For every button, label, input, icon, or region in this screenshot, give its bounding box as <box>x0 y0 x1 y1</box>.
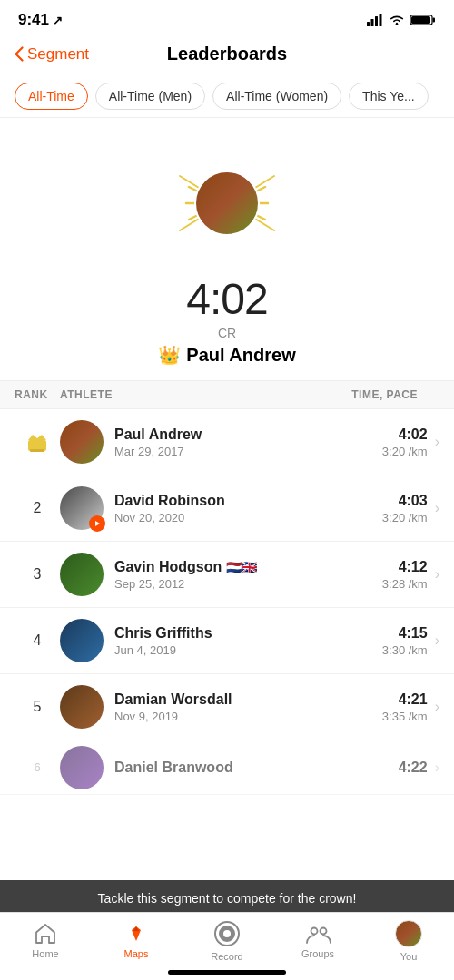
svg-rect-1 <box>371 19 374 26</box>
back-label: Segment <box>27 45 89 64</box>
nav-home[interactable]: Home <box>18 923 73 959</box>
athlete-avatar <box>60 685 104 729</box>
nav-record[interactable]: Record <box>200 920 254 962</box>
crown-icon: 👑 <box>158 344 181 366</box>
athlete-time: 4:02 3:20 /km <box>355 426 428 458</box>
tab-all-time-men[interactable]: All-Time (Men) <box>95 83 205 110</box>
athlete-time: 4:22 <box>355 760 428 776</box>
athlete-time: 4:15 3:30 /km <box>355 625 428 657</box>
table-row[interactable]: 4 Chris Griffiths Jun 4, 2019 4:15 3:30 … <box>0 608 454 674</box>
groups-icon <box>305 923 331 945</box>
champion-time: 4:02 <box>186 274 267 324</box>
leaderboard-list: Paul Andrew Mar 29, 2017 4:02 3:20 /km ›… <box>0 409 454 795</box>
champion-avatar-wrapper <box>163 140 291 267</box>
table-row[interactable]: 3 Gavin Hodgson 🇳🇱🇬🇧 Sep 25, 2012 4:12 3… <box>0 542 454 608</box>
athlete-date: Nov 9, 2019 <box>114 710 355 723</box>
pace-value: 3:20 /km <box>355 445 428 458</box>
you-avatar <box>395 920 422 947</box>
table-header: RANK ATHLETE TIME, PACE <box>0 380 454 409</box>
athlete-name: Gavin Hodgson 🇳🇱🇬🇧 <box>114 559 355 575</box>
row-chevron-icon: › <box>435 760 439 776</box>
nav-you-label: You <box>400 951 418 962</box>
athlete-name: Daniel Branwood <box>114 760 355 776</box>
tab-all-time-women[interactable]: All-Time (Women) <box>212 83 341 110</box>
back-chevron-icon <box>15 46 24 62</box>
athlete-info: Daniel Branwood <box>114 760 355 776</box>
record-icon <box>213 920 241 947</box>
rank-badge: 2 <box>15 500 60 516</box>
svg-marker-21 <box>95 521 100 526</box>
col-athlete-header: ATHLETE <box>60 388 345 401</box>
nav-home-label: Home <box>32 948 58 959</box>
row-chevron-icon: › <box>435 434 439 450</box>
header: Segment Leaderboards <box>0 36 454 75</box>
athlete-time: 4:21 3:35 /km <box>355 691 428 723</box>
pace-value: 3:20 /km <box>355 511 428 524</box>
athlete-avatar <box>60 420 104 464</box>
status-icons <box>367 14 436 26</box>
maps-icon <box>124 923 148 945</box>
rank-badge: 4 <box>15 632 60 649</box>
athlete-name: David Robinson <box>114 493 355 509</box>
athlete-info: Gavin Hodgson 🇳🇱🇬🇧 Sep 25, 2012 <box>114 559 355 591</box>
row-chevron-icon: › <box>435 632 439 649</box>
svg-rect-0 <box>367 22 370 26</box>
arrow-icon <box>93 519 102 528</box>
svg-point-24 <box>223 930 231 937</box>
time-value: 4:12 <box>355 559 428 575</box>
table-row[interactable]: Paul Andrew Mar 29, 2017 4:02 3:20 /km › <box>0 409 454 475</box>
pace-value: 3:30 /km <box>355 643 428 657</box>
table-row[interactable]: 5 Damian Worsdall Nov 9, 2019 4:21 3:35 … <box>0 674 454 740</box>
time-value: 4:22 <box>355 760 428 776</box>
svg-marker-19 <box>28 435 46 440</box>
table-row[interactable]: 6 Daniel Branwood 4:22 › <box>0 740 454 795</box>
wifi-icon <box>389 14 405 26</box>
rank-badge: 5 <box>15 699 60 715</box>
svg-rect-3 <box>380 14 382 26</box>
segment-banner: Tackle this segment to compete for the c… <box>0 880 454 916</box>
tab-this-year[interactable]: This Ye... <box>349 83 429 110</box>
nav-groups-label: Groups <box>301 948 334 959</box>
time-value: 4:15 <box>355 625 428 642</box>
rank-badge <box>15 427 60 456</box>
page-title: Leaderboards <box>167 44 287 64</box>
nav-record-label: Record <box>211 951 242 962</box>
pace-value: 3:28 /km <box>355 577 428 591</box>
svg-point-4 <box>396 23 399 25</box>
svg-rect-7 <box>433 18 436 23</box>
time-value: 4:03 <box>355 493 428 509</box>
athlete-name: Chris Griffiths <box>114 625 355 642</box>
nav-maps-label: Maps <box>124 948 149 959</box>
col-time-header: TIME, PACE <box>345 388 418 401</box>
athlete-info: Damian Worsdall Nov 9, 2019 <box>114 691 355 723</box>
rank-crown-icon <box>23 427 52 456</box>
back-button[interactable]: Segment <box>15 45 89 64</box>
athlete-date: Sep 25, 2012 <box>114 577 355 591</box>
table-row[interactable]: 2 David Robinson Nov 20, 2020 4:03 3:20 … <box>0 475 454 542</box>
athlete-name: Paul Andrew <box>114 426 355 443</box>
athlete-date: Nov 20, 2020 <box>114 511 355 524</box>
status-time: 9:41 ↗ <box>18 11 63 29</box>
champion-avatar <box>194 171 260 236</box>
tab-all-time[interactable]: All-Time <box>15 83 88 110</box>
rank-badge: 3 <box>15 566 60 583</box>
location-icon: ↗ <box>53 14 63 27</box>
champion-name-row: 👑 Paul Andrew <box>158 344 295 366</box>
champion-cr: CR <box>218 326 236 340</box>
svg-rect-6 <box>411 16 430 24</box>
rank-badge: 6 <box>15 760 60 774</box>
athlete-time: 4:03 3:20 /km <box>355 493 428 524</box>
battery-icon <box>410 14 436 26</box>
svg-point-26 <box>321 928 327 935</box>
athlete-date: Jun 4, 2019 <box>114 643 355 657</box>
nav-you[interactable]: You <box>381 920 436 962</box>
athlete-info: David Robinson Nov 20, 2020 <box>114 493 355 524</box>
nav-groups[interactable]: Groups <box>291 923 345 959</box>
pace-value: 3:35 /km <box>355 710 428 723</box>
home-indicator <box>168 970 286 975</box>
athlete-badge <box>89 515 105 532</box>
athlete-time: 4:12 3:28 /km <box>355 559 428 591</box>
nav-maps[interactable]: Maps <box>109 923 163 959</box>
champion-section: 4:02 CR 👑 Paul Andrew <box>0 118 454 380</box>
filter-tabs: All-Time All-Time (Men) All-Time (Women)… <box>0 75 454 118</box>
